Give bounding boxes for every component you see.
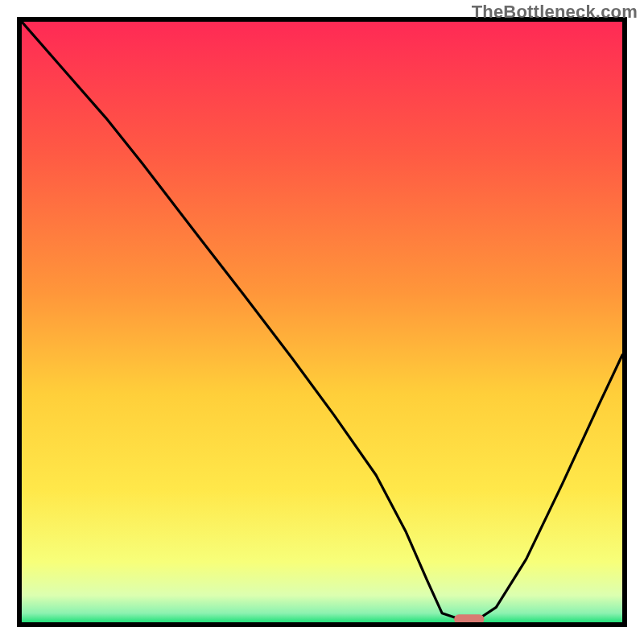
chart-svg: [0, 0, 644, 644]
plot-background: [22, 22, 622, 622]
chart-frame: TheBottleneck.com: [0, 0, 644, 644]
watermark: TheBottleneck.com: [472, 2, 638, 23]
